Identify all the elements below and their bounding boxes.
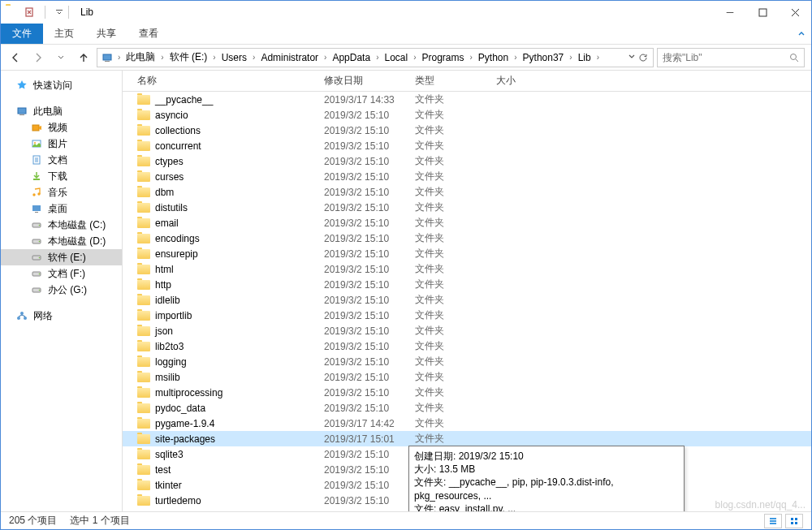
nav-item[interactable]: 文档 (F:)	[1, 265, 122, 282]
qat-dropdown-icon[interactable]	[55, 8, 63, 16]
file-type: 文件夹	[415, 416, 496, 430]
table-row[interactable]: json2019/3/2 15:10文件夹	[123, 323, 811, 338]
network[interactable]: 网络	[1, 308, 122, 324]
table-row[interactable]: msilib2019/3/2 15:10文件夹	[123, 369, 811, 385]
breadcrumb-Lib[interactable]: Lib	[575, 49, 594, 67]
folder-icon	[137, 172, 150, 182]
nav-item[interactable]: 本地磁盘 (C:)	[1, 217, 122, 233]
table-row[interactable]: pygame-1.9.42019/3/17 14:42文件夹	[123, 416, 811, 431]
qat-item-icon[interactable]	[24, 6, 35, 18]
search-icon[interactable]	[789, 53, 799, 62]
table-row[interactable]: encodings2019/3/2 15:10文件夹	[123, 231, 811, 246]
forward-button[interactable]	[28, 48, 48, 67]
breadcrumb-Users[interactable]: Users	[218, 49, 250, 67]
search-input[interactable]	[663, 52, 789, 63]
nav-item-label: 软件 (E:)	[48, 251, 86, 265]
nav-item[interactable]: 视频	[1, 119, 122, 136]
breadcrumb-软件 (E:)[interactable]: 软件 (E:)	[166, 49, 211, 67]
table-row[interactable]: email2019/3/2 15:10文件夹	[123, 215, 811, 231]
minimize-button[interactable]: ─	[714, 2, 746, 23]
table-row[interactable]: collections2019/3/2 15:10文件夹	[123, 123, 811, 138]
table-row[interactable]: distutils2019/3/2 15:10文件夹	[123, 200, 811, 215]
ribbon-expand-icon[interactable]	[792, 24, 811, 44]
svg-rect-31	[795, 518, 797, 520]
table-row[interactable]: importlib2019/3/2 15:10文件夹	[123, 308, 811, 323]
this-pc[interactable]: 此电脑	[1, 103, 122, 119]
close-button[interactable]	[779, 2, 811, 23]
col-type[interactable]: 类型	[415, 74, 496, 88]
table-row[interactable]: logging2019/3/2 15:10文件夹	[123, 354, 811, 369]
details-view-button[interactable]	[764, 514, 782, 528]
file-name: site-packages	[155, 433, 215, 445]
chevron-right-icon[interactable]: ›	[567, 53, 574, 62]
chevron-right-icon[interactable]: ›	[322, 53, 329, 62]
table-row[interactable]: multiprocessing2019/3/2 15:10文件夹	[123, 385, 811, 400]
refresh-icon[interactable]	[638, 53, 648, 62]
col-name[interactable]: 名称	[137, 74, 324, 88]
table-row[interactable]: concurrent2019/3/2 15:10文件夹	[123, 138, 811, 153]
nav-item[interactable]: 软件 (E:)	[1, 249, 122, 265]
table-row[interactable]: ctypes2019/3/2 15:10文件夹	[123, 153, 811, 169]
svg-point-29	[24, 317, 27, 320]
svg-point-27	[20, 312, 24, 315]
breadcrumb-AppData[interactable]: AppData	[329, 49, 374, 67]
file-name: importlib	[155, 310, 192, 321]
dropdown-icon[interactable]	[628, 53, 636, 62]
table-row[interactable]: curses2019/3/2 15:10文件夹	[123, 169, 811, 184]
icons-view-button[interactable]	[785, 514, 803, 528]
chevron-right-icon[interactable]: ›	[512, 53, 519, 62]
file-type: 文件夹	[415, 200, 496, 214]
file-type: 文件夹	[415, 293, 496, 307]
file-name: curses	[155, 171, 184, 183]
maximize-button[interactable]	[746, 2, 779, 23]
col-size[interactable]: 大小	[496, 74, 561, 88]
chevron-right-icon[interactable]: ›	[158, 53, 166, 62]
table-row[interactable]: asyncio2019/3/2 15:10文件夹	[123, 107, 811, 123]
breadcrumb-Programs[interactable]: Programs	[419, 49, 468, 67]
chevron-right-icon[interactable]: ›	[468, 53, 475, 62]
search-box[interactable]	[657, 48, 805, 67]
table-row[interactable]: pydoc_data2019/3/2 15:10文件夹	[123, 400, 811, 416]
chevron-right-icon[interactable]: ›	[411, 53, 418, 62]
nav-item[interactable]: 下载	[1, 168, 122, 184]
nav-item[interactable]: 办公 (G:)	[1, 282, 122, 298]
pc-icon	[101, 51, 114, 64]
breadcrumb-Python37[interactable]: Python37	[520, 49, 568, 67]
quick-access[interactable]: 快速访问	[1, 77, 122, 93]
breadcrumb-此电脑[interactable]: 此电脑	[123, 49, 158, 67]
home-tab[interactable]: 主页	[43, 24, 85, 44]
nav-item[interactable]: 音乐	[1, 184, 122, 200]
chevron-right-icon[interactable]: ›	[210, 53, 218, 62]
table-row[interactable]: ensurepip2019/3/2 15:10文件夹	[123, 246, 811, 261]
table-row[interactable]: lib2to32019/3/2 15:10文件夹	[123, 338, 811, 354]
chevron-right-icon[interactable]: ›	[374, 53, 381, 62]
file-date: 2019/3/2 15:10	[324, 449, 415, 460]
table-row[interactable]: dbm2019/3/2 15:10文件夹	[123, 184, 811, 200]
breadcrumb-Administrator[interactable]: Administrator	[257, 49, 322, 67]
nav-item[interactable]: 文档	[1, 152, 122, 168]
view-tab[interactable]: 查看	[127, 24, 170, 44]
up-button[interactable]	[74, 48, 93, 67]
table-row[interactable]: http2019/3/2 15:10文件夹	[123, 277, 811, 292]
col-date[interactable]: 修改日期	[324, 74, 415, 88]
chevron-right-icon[interactable]: ›	[594, 53, 602, 62]
file-date: 2019/3/2 15:10	[324, 325, 415, 337]
back-button[interactable]	[6, 48, 25, 67]
chevron-right-icon[interactable]: ›	[250, 53, 257, 62]
nav-item[interactable]: 桌面	[1, 200, 122, 217]
table-row[interactable]: html2019/3/2 15:10文件夹	[123, 261, 811, 277]
table-row[interactable]: idlelib2019/3/2 15:10文件夹	[123, 292, 811, 308]
nav-item[interactable]: 图片	[1, 136, 122, 152]
file-date: 2019/3/2 15:10	[324, 310, 415, 321]
table-row[interactable]: site-packages2019/3/17 15:01文件夹	[123, 431, 811, 446]
nav-item[interactable]: 本地磁盘 (D:)	[1, 233, 122, 249]
share-tab[interactable]: 共享	[85, 24, 127, 44]
nav-item-icon	[30, 235, 43, 248]
file-tab[interactable]: 文件	[1, 24, 43, 44]
table-row[interactable]: __pycache__2019/3/17 14:33文件夹	[123, 92, 811, 107]
breadcrumb-Python[interactable]: Python	[475, 49, 512, 67]
recent-dropdown-icon[interactable]	[51, 48, 71, 67]
breadcrumb-Local[interactable]: Local	[381, 49, 411, 67]
address-bar[interactable]: › 此电脑›软件 (E:)›Users›Administrator›AppDat…	[97, 48, 654, 67]
svg-rect-2	[759, 9, 767, 16]
